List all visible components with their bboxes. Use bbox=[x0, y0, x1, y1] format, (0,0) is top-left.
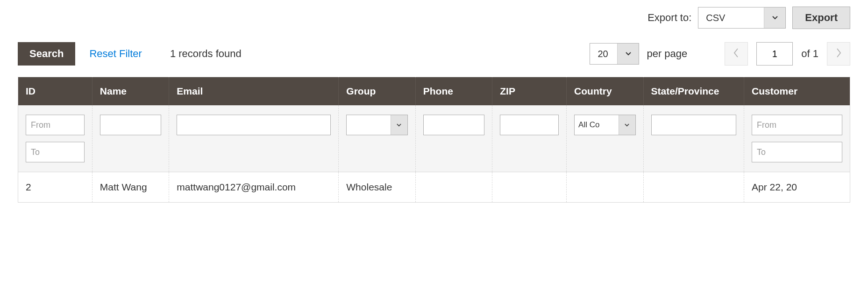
page-number-input[interactable] bbox=[756, 42, 793, 66]
export-format-value: CSV bbox=[698, 7, 764, 28]
chevron-left-icon bbox=[733, 48, 740, 60]
col-header-state[interactable]: State/Province bbox=[643, 77, 744, 106]
cell-zip bbox=[492, 172, 567, 203]
per-page-label: per page bbox=[647, 48, 687, 60]
table-header-row: ID Name Email Group Phone ZIP Country St… bbox=[18, 77, 850, 106]
filter-group-value bbox=[347, 115, 390, 135]
search-button[interactable]: Search bbox=[18, 42, 75, 66]
col-header-name[interactable]: Name bbox=[92, 77, 169, 106]
per-page-select[interactable]: 20 bbox=[590, 43, 639, 65]
filter-id-from-input[interactable] bbox=[26, 115, 85, 135]
prev-page-button[interactable] bbox=[725, 42, 748, 66]
filter-group-select[interactable] bbox=[346, 115, 407, 135]
cell-country bbox=[567, 172, 643, 203]
col-header-customer[interactable]: Customer bbox=[744, 77, 850, 106]
export-button[interactable]: Export bbox=[792, 7, 850, 29]
cell-customer: Apr 22, 20 bbox=[744, 172, 850, 203]
col-header-country[interactable]: Country bbox=[567, 77, 643, 106]
col-header-phone[interactable]: Phone bbox=[415, 77, 492, 106]
cell-group: Wholesale bbox=[339, 172, 415, 203]
filter-zip-input[interactable] bbox=[500, 115, 559, 135]
chevron-down-icon bbox=[617, 44, 639, 64]
customer-table: ID Name Email Group Phone ZIP Country St… bbox=[18, 77, 850, 203]
filter-id-to-input[interactable] bbox=[26, 142, 85, 162]
chevron-down-icon bbox=[391, 115, 407, 135]
cell-email: mattwang0127@gmail.com bbox=[169, 172, 339, 203]
filter-country-value: All Co bbox=[575, 115, 618, 135]
chevron-right-icon bbox=[835, 48, 842, 60]
col-header-id[interactable]: ID bbox=[18, 77, 92, 106]
cell-name: Matt Wang bbox=[92, 172, 169, 203]
col-header-zip[interactable]: ZIP bbox=[492, 77, 567, 106]
page-of-text: of 1 bbox=[801, 48, 818, 60]
filter-row: All Co bbox=[18, 105, 850, 172]
filter-state-input[interactable] bbox=[651, 115, 737, 135]
export-format-select[interactable]: CSV bbox=[698, 7, 786, 29]
col-header-email[interactable]: Email bbox=[169, 77, 339, 106]
filter-email-input[interactable] bbox=[177, 115, 331, 135]
filter-country-select[interactable]: All Co bbox=[574, 115, 635, 135]
filter-name-input[interactable] bbox=[100, 115, 161, 135]
export-to-label: Export to: bbox=[647, 12, 691, 24]
cell-id: 2 bbox=[18, 172, 92, 203]
table-row[interactable]: 2 Matt Wang mattwang0127@gmail.com Whole… bbox=[18, 172, 850, 203]
chevron-down-icon bbox=[619, 115, 635, 135]
next-page-button[interactable] bbox=[827, 42, 850, 66]
reset-filter-link[interactable]: Reset Filter bbox=[89, 48, 142, 60]
per-page-value: 20 bbox=[590, 44, 617, 64]
col-header-group[interactable]: Group bbox=[339, 77, 415, 106]
filter-phone-input[interactable] bbox=[423, 115, 484, 135]
chevron-down-icon bbox=[764, 7, 785, 28]
filter-customer-from-input[interactable] bbox=[752, 115, 842, 135]
records-found-text: 1 records found bbox=[170, 48, 242, 60]
cell-state bbox=[643, 172, 744, 203]
cell-phone bbox=[415, 172, 492, 203]
filter-customer-to-input[interactable] bbox=[752, 142, 842, 162]
